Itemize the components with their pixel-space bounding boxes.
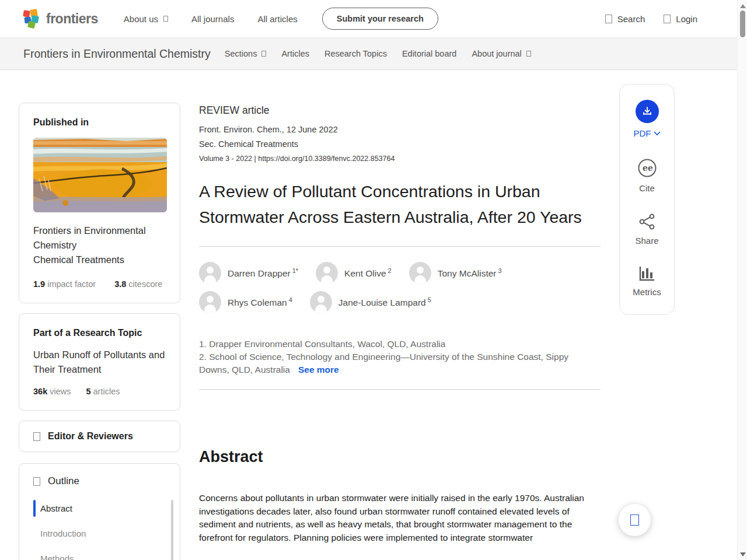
outline-header[interactable]: Outline bbox=[33, 475, 166, 487]
top-nav-right: Search Login bbox=[605, 14, 697, 24]
author-avatar-icon bbox=[199, 291, 221, 313]
impact-factor: 1.9impact factor bbox=[33, 279, 96, 289]
top-navigation-bar: frontiers About usAll journalsAll articl… bbox=[0, 0, 737, 38]
outline-card: Outline AbstractIntroductionMethods bbox=[19, 463, 180, 560]
author-item[interactable]: Darren Drapper1* bbox=[199, 262, 298, 284]
affiliation-line: 2. School of Science, Technology and Eng… bbox=[199, 351, 601, 376]
journal-nav-item-research-topics[interactable]: Research Topics bbox=[324, 49, 387, 58]
journal-nav-item-editorial-board[interactable]: Editorial board bbox=[402, 49, 457, 58]
feedback-icon bbox=[630, 514, 639, 526]
frontiers-logo-text: frontiers bbox=[46, 11, 98, 27]
share-label: Share bbox=[635, 236, 658, 246]
outline-heading: Outline bbox=[48, 475, 79, 487]
outline-item-abstract[interactable]: Abstract bbox=[33, 500, 166, 517]
login-label: Login bbox=[676, 14, 697, 24]
research-topic-card: Part of a Research Topic Urban Runoff of… bbox=[19, 313, 180, 411]
top-nav-item-all-journals[interactable]: All journals bbox=[191, 14, 234, 24]
journal-nav-item-label: Articles bbox=[281, 49, 309, 58]
frontiers-logo-icon bbox=[23, 9, 41, 28]
dropdown-arrow-icon bbox=[163, 16, 168, 22]
metrics-button[interactable]: Metrics bbox=[633, 265, 661, 297]
outline-item-methods[interactable]: Methods bbox=[33, 550, 166, 560]
cite-icon: ee bbox=[637, 158, 657, 178]
journal-cover-image[interactable] bbox=[33, 138, 167, 212]
share-icon bbox=[638, 213, 656, 230]
article-volume-doi[interactable]: Volume 3 - 2022 | https://doi.org/10.338… bbox=[199, 155, 601, 163]
left-sidebar: Published in Frontiers in Environmental … bbox=[19, 70, 180, 560]
author-item[interactable]: Kent Olive2 bbox=[316, 262, 392, 284]
affiliation-line: 1. Drapper Environmental Consultants, Wa… bbox=[199, 338, 601, 351]
author-avatar-icon bbox=[409, 262, 431, 284]
journal-nav-item-sections[interactable]: Sections bbox=[225, 49, 267, 58]
abstract-heading: Abstract bbox=[199, 448, 601, 466]
journal-nav-links: SectionsArticlesResearch TopicsEditorial… bbox=[225, 49, 531, 58]
journal-navigation-bar: Frontiers in Environmental Chemistry Sec… bbox=[0, 38, 737, 70]
author-avatar-icon bbox=[310, 291, 332, 313]
research-topic-stats: 36kviews 5articles bbox=[33, 387, 166, 396]
svg-text:ee: ee bbox=[643, 163, 653, 173]
journal-metrics: 1.9impact factor 3.8citescore bbox=[33, 279, 166, 289]
author-list: Darren Drapper1*Kent Olive2Tony McAliste… bbox=[199, 262, 601, 313]
author-item[interactable]: Tony McAlister3 bbox=[409, 262, 502, 284]
article-title: A Review of Pollutant Concentrations in … bbox=[199, 178, 596, 230]
abstract-text: Concerns about pollutants in urban storm… bbox=[199, 492, 601, 544]
topic-views: 36kviews bbox=[33, 387, 71, 396]
frontiers-logo[interactable]: frontiers bbox=[23, 9, 98, 28]
topic-articles: 5articles bbox=[86, 387, 120, 396]
scrollbar-thumb[interactable] bbox=[740, 10, 745, 37]
divider-below-affiliations bbox=[199, 389, 601, 390]
pdf-label: PDF bbox=[634, 128, 651, 138]
download-icon bbox=[641, 106, 653, 117]
author-name: Darren Drapper1* bbox=[228, 267, 298, 279]
submit-research-button[interactable]: Submit your research bbox=[322, 8, 438, 30]
author-avatar-icon bbox=[316, 262, 338, 284]
scrollbar-up-arrow-icon[interactable] bbox=[740, 4, 746, 8]
author-item[interactable]: Rhys Coleman4 bbox=[199, 291, 292, 313]
author-item[interactable]: Jane-Louise Lampard5 bbox=[310, 291, 431, 313]
page-scrollbar[interactable] bbox=[737, 0, 747, 560]
metrics-label: Metrics bbox=[633, 287, 661, 297]
see-more-link[interactable]: See more bbox=[298, 365, 339, 374]
published-journal-link[interactable]: Frontiers in Environmental Chemistry Che… bbox=[33, 223, 166, 267]
pdf-download-button[interactable] bbox=[636, 100, 659, 123]
top-nav-item-all-articles[interactable]: All articles bbox=[257, 14, 297, 24]
journal-nav-item-label: Editorial board bbox=[402, 49, 457, 58]
top-nav-item-about-us[interactable]: About us bbox=[124, 14, 168, 24]
published-in-heading: Published in bbox=[33, 117, 166, 128]
top-nav-item-label: All journals bbox=[191, 14, 234, 24]
published-journal-section: Chemical Treatments bbox=[33, 253, 166, 267]
published-journal-name: Frontiers in Environmental Chemistry bbox=[33, 223, 166, 253]
search-icon bbox=[605, 15, 612, 23]
pdf-dropdown[interactable]: PDF bbox=[634, 128, 661, 138]
journal-title-link[interactable]: Frontiers in Environmental Chemistry bbox=[23, 47, 211, 61]
article-main-column: REVIEW article Front. Environ. Chem., 12… bbox=[199, 70, 601, 544]
citescore: 3.8citescore bbox=[114, 279, 162, 289]
search-label: Search bbox=[617, 14, 645, 24]
outline-items: AbstractIntroductionMethods bbox=[33, 500, 166, 560]
metrics-icon bbox=[638, 265, 656, 282]
research-topic-heading: Part of a Research Topic bbox=[33, 328, 166, 338]
search-button[interactable]: Search bbox=[605, 14, 645, 24]
author-name: Kent Olive2 bbox=[344, 267, 392, 279]
login-button[interactable]: Login bbox=[664, 14, 697, 24]
research-topic-link[interactable]: Urban Runoff of Pollutants and Their Tre… bbox=[33, 348, 166, 377]
journal-nav-item-label: Research Topics bbox=[324, 49, 387, 58]
journal-nav-item-about-journal[interactable]: About journal bbox=[472, 49, 530, 58]
cite-button[interactable]: ee Cite bbox=[637, 158, 657, 193]
article-actions-rail: PDF ee Cite Share Metrics bbox=[619, 84, 675, 315]
divider-above-authors bbox=[199, 246, 601, 247]
author-name: Rhys Coleman4 bbox=[228, 296, 292, 308]
outline-item-introduction[interactable]: Introduction bbox=[33, 525, 166, 542]
affiliation-list: 1. Drapper Environmental Consultants, Wa… bbox=[199, 338, 601, 376]
top-nav-item-label: All articles bbox=[257, 14, 297, 24]
share-button[interactable]: Share bbox=[635, 213, 658, 246]
journal-nav-item-articles[interactable]: Articles bbox=[281, 49, 309, 58]
feedback-floating-button[interactable] bbox=[619, 504, 651, 536]
people-icon bbox=[33, 432, 40, 441]
outline-scrollbar[interactable] bbox=[171, 500, 173, 560]
author-name: Jane-Louise Lampard5 bbox=[338, 296, 431, 308]
cite-label: Cite bbox=[639, 183, 655, 193]
scrollbar-down-arrow-icon[interactable] bbox=[740, 552, 746, 556]
editor-reviewers-button[interactable]: Editor & Reviewers bbox=[19, 421, 180, 452]
top-nav-links: About usAll journalsAll articles bbox=[124, 14, 298, 24]
